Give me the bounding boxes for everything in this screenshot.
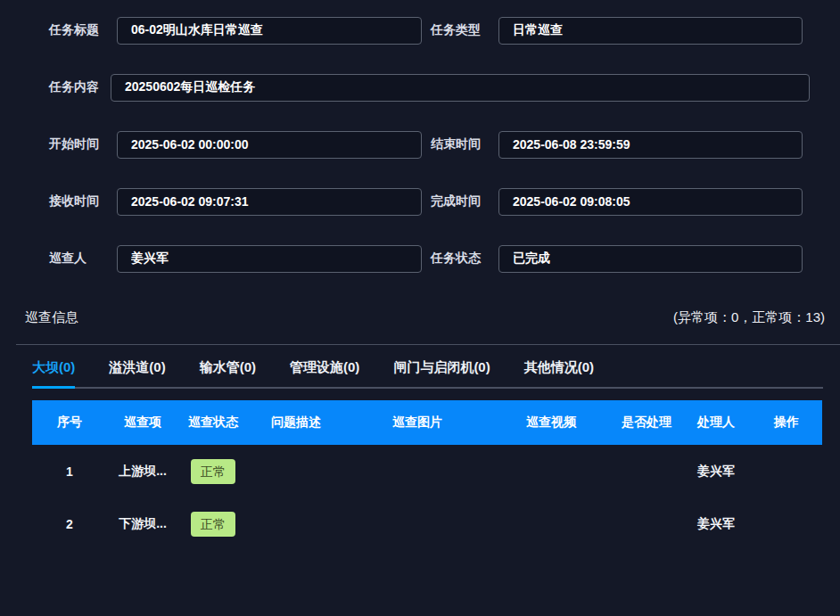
status-badge: 正常 (191, 459, 235, 484)
tab-spillway[interactable]: 溢洪道(0) (109, 359, 165, 387)
form-row-start-end: 开始时间 结束时间 (0, 130, 840, 159)
form-row-content: 任务内容 (0, 73, 840, 102)
col-handler: 处理人 (681, 415, 751, 431)
tab-dam[interactable]: 大坝(0) (32, 359, 75, 387)
receive-time-input[interactable] (117, 188, 422, 216)
col-action: 操作 (751, 415, 822, 431)
task-type-input[interactable] (498, 17, 803, 45)
start-time-input[interactable] (117, 131, 422, 159)
receive-time-label: 接收时间 (49, 193, 117, 209)
row-status-cell: 正常 (178, 512, 248, 537)
row-handler: 姜兴军 (681, 464, 751, 480)
end-time-label: 结束时间 (431, 136, 498, 152)
task-status-label: 任务状态 (431, 251, 498, 267)
category-tabs: 大坝(0) 溢洪道(0) 输水管(0) 管理设施(0) 闸门与启闭机(0) 其他… (32, 359, 823, 389)
tab-water-pipe[interactable]: 输水管(0) (200, 359, 256, 387)
col-image: 巡查图片 (344, 415, 490, 431)
col-handled: 是否处理 (612, 415, 681, 431)
row-index: 2 (32, 517, 107, 531)
task-detail-form: 任务标题 任务类型 任务内容 开始时间 结束时间 接收时间 完成时间 巡查人 任… (0, 0, 840, 273)
finish-time-label: 完成时间 (431, 193, 498, 209)
row-item: 下游坝... (107, 516, 178, 532)
inspection-info-title: 巡查信息 (25, 309, 78, 326)
status-badge: 正常 (191, 512, 235, 537)
tab-other[interactable]: 其他情况(0) (524, 359, 594, 387)
row-item: 上游坝... (107, 464, 178, 480)
task-title-label: 任务标题 (49, 22, 117, 38)
table-header-row: 序号 巡查项 巡查状态 问题描述 巡查图片 巡查视频 是否处理 处理人 操作 (32, 400, 822, 445)
task-title-input[interactable] (117, 17, 422, 45)
col-status: 巡查状态 (178, 415, 248, 431)
table-row: 1 上游坝... 正常 姜兴军 (32, 445, 822, 497)
form-row-title-type: 任务标题 任务类型 (0, 16, 840, 45)
task-status-input[interactable] (498, 245, 803, 273)
form-row-receive-finish: 接收时间 完成时间 (0, 187, 840, 216)
inspector-input[interactable] (117, 245, 422, 273)
finish-time-input[interactable] (498, 188, 803, 216)
inspector-label: 巡查人 (49, 251, 117, 267)
tab-management-facility[interactable]: 管理设施(0) (290, 359, 359, 387)
section-divider (16, 344, 840, 345)
row-status-cell: 正常 (178, 459, 248, 484)
tab-gate-hoist[interactable]: 闸门与启闭机(0) (393, 359, 490, 387)
end-time-input[interactable] (498, 131, 803, 159)
inspection-info-header: 巡查信息 (异常项：0，正常项：13) (0, 309, 840, 326)
col-item: 巡查项 (107, 415, 178, 431)
task-content-input[interactable] (111, 74, 810, 102)
abnormal-normal-count: (异常项：0，正常项：13) (673, 309, 825, 326)
row-index: 1 (32, 464, 107, 479)
col-video: 巡查视频 (490, 415, 612, 431)
task-content-label: 任务内容 (49, 79, 111, 95)
col-index: 序号 (32, 415, 107, 431)
col-problem: 问题描述 (248, 415, 344, 431)
start-time-label: 开始时间 (49, 136, 117, 152)
row-handler: 姜兴军 (681, 516, 751, 532)
task-type-label: 任务类型 (431, 22, 498, 38)
task-detail-page: { "form": { "fields": [ { "label": "任务标题… (0, 0, 840, 616)
table-row: 2 下游坝... 正常 姜兴军 (32, 497, 822, 550)
inspection-table: 序号 巡查项 巡查状态 问题描述 巡查图片 巡查视频 是否处理 处理人 操作 1… (32, 400, 822, 550)
form-row-inspector-status: 巡查人 任务状态 (0, 244, 840, 273)
